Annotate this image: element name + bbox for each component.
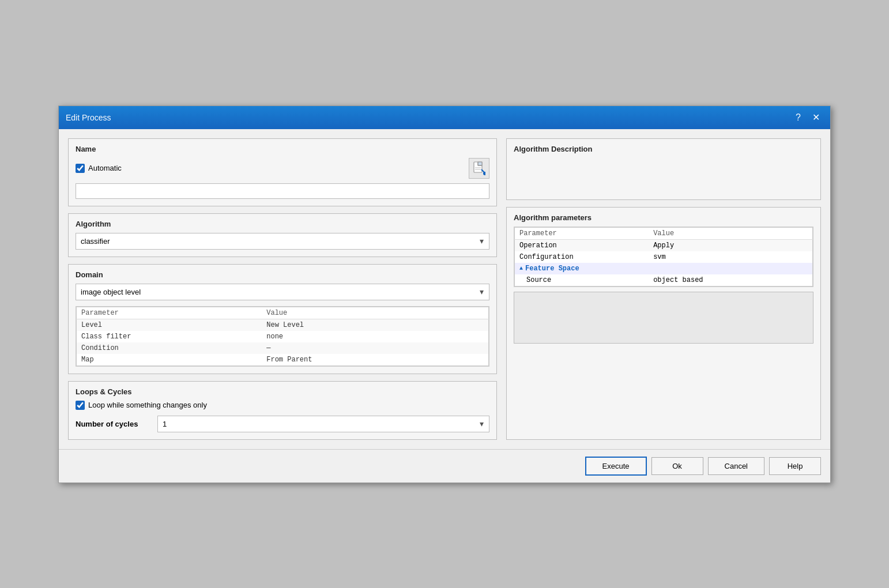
cancel-button[interactable]: Cancel [708, 457, 764, 475]
loops-section-label: Loops & Cycles [76, 387, 489, 396]
value-class-filter: none [262, 331, 488, 342]
domain-section: Domain image object level Parameter Valu… [68, 264, 497, 374]
execute-button[interactable]: Execute [585, 457, 647, 476]
help-footer-button[interactable]: Help [769, 457, 821, 475]
dialog-title: Edit Process [66, 113, 111, 122]
close-button[interactable]: ✕ [809, 112, 823, 123]
domain-header-value: Value [262, 307, 488, 319]
algorithm-select[interactable]: classifier [76, 233, 489, 250]
svg-rect-1 [478, 162, 482, 165]
loop-checkbox-container: Loop while something changes only [76, 401, 489, 410]
loops-section: Loops & Cycles Loop while something chan… [68, 381, 497, 440]
algo-params-section: Algorithm parameters Parameter Value Ope… [506, 207, 821, 440]
cycles-label: Number of cycles [76, 420, 150, 428]
domain-table-container: Parameter Value Level New Level Class fi… [76, 306, 489, 367]
algo-desc-content [514, 158, 813, 193]
value-map: From Parent [262, 354, 488, 366]
param-operation: Operation [515, 239, 649, 251]
domain-section-label: Domain [76, 270, 489, 279]
feature-space-text: Feature Space [525, 265, 579, 273]
domain-param-table: Parameter Value Level New Level Class fi… [76, 307, 489, 366]
table-row: Operation Apply [515, 239, 813, 251]
automatic-checkbox[interactable] [76, 164, 85, 173]
ok-button[interactable]: Ok [651, 457, 703, 475]
domain-select[interactable]: image object level [76, 284, 489, 300]
algo-param-table-wrap: Parameter Value Operation Apply Configur… [514, 227, 813, 287]
algo-text-area[interactable] [514, 292, 813, 344]
param-condition: Condition [77, 342, 262, 354]
value-level: New Level [262, 319, 488, 331]
table-row: Level New Level [77, 319, 489, 331]
algorithm-section: Algorithm classifier [68, 213, 497, 257]
value-operation: Apply [649, 239, 812, 251]
title-bar-controls: ? ✕ [792, 112, 823, 123]
table-row: Configuration svm [515, 251, 813, 263]
value-configuration: svm [649, 251, 812, 263]
value-condition: — [262, 342, 488, 354]
cycles-select[interactable]: 1 2 3 4 5 [157, 416, 489, 432]
name-section: Name Automatic [68, 138, 497, 206]
right-panel: Algorithm Description Algorithm paramete… [506, 138, 821, 440]
param-level: Level [77, 319, 262, 331]
algo-params-label: Algorithm parameters [514, 213, 813, 222]
algorithm-select-wrapper: classifier [76, 233, 489, 250]
loop-checkbox[interactable] [76, 401, 85, 410]
domain-table-header: Parameter Value [77, 307, 489, 319]
file-icon [473, 161, 485, 175]
param-class-filter: Class filter [77, 331, 262, 342]
left-panel: Name Automatic [68, 138, 506, 440]
title-bar: Edit Process ? ✕ [59, 106, 830, 129]
param-source: Source [515, 274, 649, 287]
edit-process-dialog: Edit Process ? ✕ Name Automatic [58, 105, 831, 483]
algo-param-table: Parameter Value Operation Apply Configur… [514, 227, 813, 287]
param-map: Map [77, 354, 262, 366]
algo-table-header: Parameter Value [515, 227, 813, 239]
value-source: object based [649, 274, 812, 287]
table-row: Class filter none [77, 331, 489, 342]
dialog-body: Name Automatic [59, 129, 830, 449]
feature-space-row: ▲ Feature Space [515, 263, 813, 274]
algorithm-section-label: Algorithm [76, 220, 489, 228]
table-row: Condition — [77, 342, 489, 354]
dialog-footer: Execute Ok Cancel Help [59, 449, 830, 483]
loop-label: Loop while something changes only [88, 401, 207, 409]
param-configuration: Configuration [515, 251, 649, 263]
algo-header-param: Parameter [515, 227, 649, 239]
domain-select-wrapper: image object level [76, 284, 489, 300]
automatic-checkbox-container: Automatic [76, 164, 122, 173]
algo-header-value: Value [649, 227, 812, 239]
name-section-label: Name [76, 145, 489, 153]
table-row: Map From Parent [77, 354, 489, 366]
table-row: Source object based [515, 274, 813, 287]
help-button[interactable]: ? [792, 112, 804, 123]
name-row: Automatic [76, 158, 489, 179]
feature-space-label: ▲ Feature Space [515, 263, 813, 274]
domain-header-param: Parameter [77, 307, 262, 319]
algo-desc-label: Algorithm Description [514, 145, 813, 153]
automatic-label: Automatic [88, 164, 122, 172]
loops-content: Loop while something changes only Number… [76, 401, 489, 432]
name-input[interactable]: at New Level: classifier: apply [76, 183, 489, 199]
cycles-row: Number of cycles 1 2 3 4 5 [76, 416, 489, 432]
algo-desc-section: Algorithm Description [506, 138, 821, 200]
triangle-icon: ▲ [519, 265, 523, 272]
domain-table-scroll: Parameter Value Level New Level Class fi… [76, 306, 489, 367]
file-icon-button[interactable] [469, 158, 489, 179]
cycles-select-wrapper: 1 2 3 4 5 [157, 416, 489, 432]
